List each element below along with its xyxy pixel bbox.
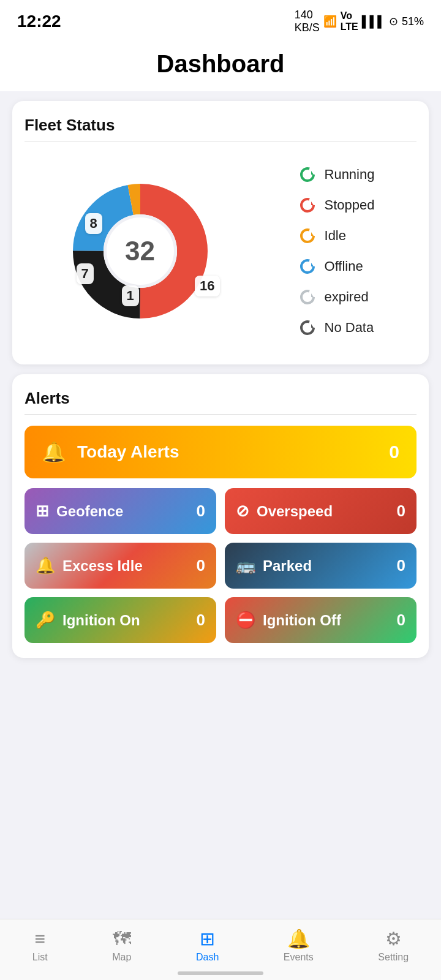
alerts-card: Alerts 🔔 Today Alerts 0 ⊞ Geofence 0 ⊘ O… [12,374,429,658]
ignition-off-label: Ignition Off [263,612,341,629]
list-icon: ≡ [34,929,45,949]
dash-icon: ⊞ [200,928,215,949]
ignition-on-button[interactable]: 🔑 Ignition On 0 [24,597,216,643]
ignition-off-icon: ⛔ [236,611,255,630]
status-time: 12:22 [17,12,61,31]
legend-running-label: Running [325,167,375,183]
wifi-icon: 📶 [323,15,337,28]
lte-icon: VoLTE [341,10,358,32]
today-alerts-count: 0 [389,442,399,462]
nav-list-label: List [32,952,48,963]
svg-marker-12 [311,263,314,266]
legend-running: Running [298,165,375,184]
parked-button[interactable]: 🚌 Parked 0 [225,543,417,589]
badge-offline: 7 [77,263,94,284]
overspeed-label: Overspeed [257,503,333,520]
geofence-label: Geofence [56,503,123,520]
home-indicator [178,971,263,975]
legend-offline: Offline [298,257,375,276]
svg-marker-8 [311,202,314,205]
nav-map[interactable]: 🗺 Map [112,929,131,963]
running-icon [298,165,317,184]
page-title: Dashboard [0,50,441,78]
data-speed: 140KB/S [295,9,320,34]
alert-grid: ⊞ Geofence 0 ⊘ Overspeed 0 🔔 Excess Idle… [24,488,417,643]
excess-idle-count: 0 [197,556,205,575]
legend-offline-label: Offline [325,258,363,274]
ignition-on-icon: 🔑 [36,611,55,630]
parked-count: 0 [397,556,405,575]
today-alerts-button[interactable]: 🔔 Today Alerts 0 [24,426,417,478]
nav-dash-label: Dash [196,952,219,963]
app-header: Dashboard [0,39,441,91]
excess-idle-label: Excess Idle [62,557,143,575]
fleet-status-title: Fleet Status [24,116,417,135]
excess-idle-icon: 🔔 [36,556,55,575]
badge-running: 16 [195,276,219,296]
svg-marker-10 [311,232,314,236]
bell-icon: 🔔 [42,440,66,464]
alerts-divider [24,414,417,415]
idle-icon [298,226,317,246]
expired-icon [298,287,317,307]
battery-icon: ⊙ [389,15,398,28]
nav-events-label: Events [284,952,314,963]
legend-stopped-label: Stopped [325,197,375,213]
nodata-icon [298,318,317,337]
nav-setting[interactable]: ⚙ Setting [378,928,409,963]
nav-list[interactable]: ≡ List [32,929,48,963]
ignition-on-count: 0 [197,611,205,630]
overspeed-icon: ⊘ [236,502,249,521]
legend-nodata: No Data [298,318,375,337]
today-alerts-label: Today Alerts [77,442,179,462]
legend-nodata-label: No Data [325,320,374,336]
events-icon: 🔔 [287,928,310,949]
overspeed-button[interactable]: ⊘ Overspeed 0 [225,488,417,534]
legend-expired: expired [298,287,375,307]
nav-events[interactable]: 🔔 Events [284,928,314,963]
setting-icon: ⚙ [385,928,402,949]
status-bar: 12:22 140KB/S 📶 VoLTE ▌▌▌ ⊙ 51% [0,0,441,39]
geofence-count: 0 [197,502,205,521]
parked-label: Parked [263,557,312,575]
overspeed-count: 0 [397,502,405,521]
ignition-off-count: 0 [397,611,405,630]
ignition-on-label: Ignition On [62,612,140,629]
signal-icon: ▌▌▌ [362,15,385,28]
fleet-legend: Running Stopped Idle [298,165,375,337]
svg-marker-16 [311,324,314,328]
legend-expired-label: expired [325,289,369,305]
donut-chart: 32 8 16 7 1 [67,178,214,325]
status-icons: 140KB/S 📶 VoLTE ▌▌▌ ⊙ 51% [295,9,424,34]
battery-percent: 51% [402,15,424,28]
excess-idle-button[interactable]: 🔔 Excess Idle 0 [24,543,216,589]
ignition-off-button[interactable]: ⛔ Ignition Off 0 [225,597,417,643]
svg-marker-6 [311,171,314,175]
alerts-title: Alerts [24,389,417,408]
nav-setting-label: Setting [378,952,409,963]
geofence-button[interactable]: ⊞ Geofence 0 [24,488,216,534]
legend-idle-label: Idle [325,228,346,244]
fleet-content: 32 8 16 7 1 Running [24,153,417,350]
svg-marker-14 [311,293,314,297]
badge-idle: 1 [122,285,139,306]
parked-icon: 🚌 [236,556,255,575]
nav-map-label: Map [112,952,131,963]
bottom-nav: ≡ List 🗺 Map ⊞ Dash 🔔 Events ⚙ Setting [0,919,441,980]
legend-stopped: Stopped [298,195,375,215]
badge-stopped: 8 [85,213,102,234]
donut-total: 32 [107,217,174,285]
fleet-divider [24,141,417,141]
legend-idle: Idle [298,226,375,246]
map-icon: 🗺 [113,929,131,949]
geofence-icon: ⊞ [36,502,49,521]
stopped-icon [298,195,317,215]
nav-dash[interactable]: ⊞ Dash [196,928,219,963]
fleet-status-card: Fleet Status 32 8 16 7 1 [12,101,429,364]
offline-icon [298,257,317,276]
